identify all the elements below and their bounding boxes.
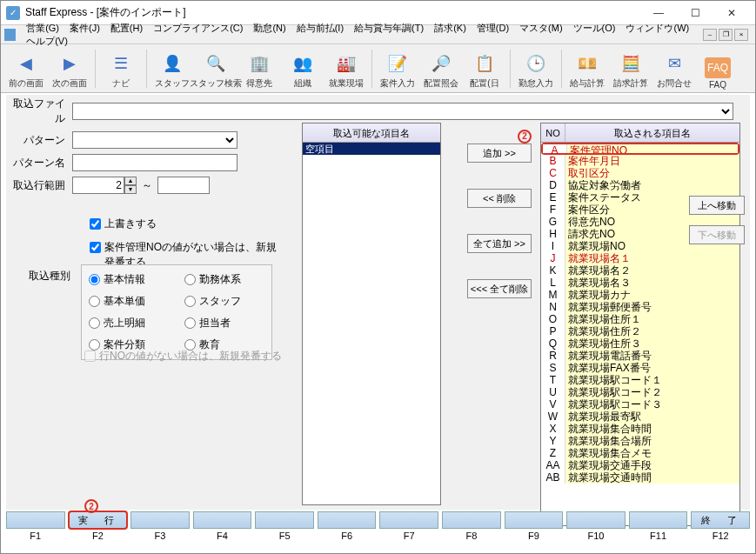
add-button[interactable]: 追加 >> <box>467 144 532 163</box>
mdi-restore[interactable]: ❐ <box>719 29 733 41</box>
fkey-button[interactable] <box>255 511 314 529</box>
menu-item[interactable]: 請求(K) <box>429 21 472 35</box>
fkey-button[interactable] <box>442 511 501 529</box>
selected-row[interactable]: K就業現場名２ <box>541 264 739 277</box>
toolbar-button[interactable]: 🔍スタッフ検索 <box>196 46 236 91</box>
toolbar-button[interactable]: ☰ナビ <box>101 46 141 91</box>
toolbar-button[interactable]: 💴給与計算 <box>567 46 607 91</box>
menu-item[interactable]: 勤怠(N) <box>248 21 291 35</box>
importtype-radio[interactable]: スタッフ <box>184 294 264 309</box>
toolbar-button[interactable]: 🕒勤怠入力 <box>516 46 556 91</box>
menu-item[interactable]: 営業(G) <box>21 21 64 35</box>
fkey-button[interactable] <box>505 511 564 529</box>
fkey-button[interactable] <box>6 511 65 529</box>
toolbar-label: スタッフ <box>155 77 190 90</box>
menu-item[interactable]: 配置(H) <box>105 21 148 35</box>
selected-row[interactable]: P就業現場住所２ <box>541 325 739 337</box>
toolbar-button[interactable]: 🏢得意先 <box>239 46 279 91</box>
fkey-button[interactable] <box>193 511 252 529</box>
toolbar-button[interactable]: FAQFAQ <box>698 46 738 91</box>
toolbar-icon: 🏢 <box>247 51 271 76</box>
file-select[interactable] <box>72 103 733 120</box>
moveup-button[interactable]: 上へ移動 <box>689 196 745 215</box>
fkey-button[interactable] <box>629 511 688 529</box>
annotation-2b: 2 <box>84 498 98 514</box>
toolbar-button[interactable]: 🏭就業現場 <box>326 46 366 91</box>
addall-button[interactable]: 全て追加 >> <box>467 234 532 253</box>
autonum-checkbox[interactable] <box>90 242 101 253</box>
toolbar-button[interactable]: 👤スタッフ <box>152 46 192 91</box>
menu-item[interactable]: 給与賞与年調(T) <box>349 21 429 35</box>
toolbar-button[interactable]: 🔎配置照会 <box>421 46 461 91</box>
toolbar-button[interactable]: 🧮請求計算 <box>611 46 651 91</box>
overwrite-checkbox[interactable] <box>90 218 101 230</box>
selected-row[interactable]: AA就業現場交通手段 <box>541 459 739 471</box>
importtype-radio[interactable]: 売上明細 <box>89 316 169 330</box>
available-fields-list[interactable]: 取込可能な項目名 空項目 <box>302 123 441 505</box>
selected-row[interactable]: V就業現場駅コード３ <box>541 398 739 410</box>
menu-item[interactable]: コンプライアンス(C) <box>148 21 248 35</box>
overwrite-check[interactable]: 上書きする <box>90 217 157 231</box>
selected-row[interactable]: Z就業現場集合メモ <box>541 447 739 459</box>
selected-row[interactable]: D協定対象労働者 <box>541 179 739 191</box>
menu-item[interactable]: ウィンドウ(W) <box>620 21 694 35</box>
mdi-close[interactable]: × <box>734 29 748 41</box>
spin-down-icon[interactable]: ▼ <box>124 185 137 194</box>
selected-row[interactable]: M就業現場カナ <box>541 289 739 301</box>
fkey-button[interactable] <box>566 511 626 529</box>
fkey-button[interactable]: 実 行 <box>69 511 128 529</box>
menu-item[interactable]: 管理(D) <box>472 21 514 35</box>
toolbar-icon: 📝 <box>385 51 410 76</box>
selected-row[interactable]: B案件年月日 <box>541 155 739 167</box>
selected-row[interactable]: A案件管理NO <box>541 143 739 155</box>
toolbar-button[interactable]: 📋配置(日 <box>465 46 505 91</box>
fkey-button[interactable] <box>130 511 190 529</box>
menu-item[interactable]: 案件(J) <box>64 21 105 35</box>
importtype-radio[interactable]: 基本情報 <box>89 272 169 287</box>
toolbar-button[interactable]: ✉お問合せ <box>654 46 694 91</box>
selected-row[interactable]: J就業現場名１ <box>541 252 739 264</box>
toolbar-button[interactable]: ▶次の画面 <box>50 46 90 91</box>
fkey-button[interactable] <box>379 511 438 529</box>
menu-item[interactable]: 給与前払(I) <box>291 21 349 35</box>
selected-row[interactable]: R就業現場電話番号 <box>541 350 739 362</box>
selected-row[interactable]: U就業現場駅コード２ <box>541 386 739 398</box>
selected-row[interactable]: N就業現場郵便番号 <box>541 301 739 313</box>
spin-up-icon[interactable]: ▲ <box>124 177 137 185</box>
fkey-button[interactable] <box>318 511 377 529</box>
selected-row[interactable]: W就業現場最寄駅 <box>541 410 739 423</box>
patternname-input[interactable] <box>72 154 238 171</box>
toolbar-label: 請求計算 <box>613 77 648 90</box>
importtype-radio[interactable]: 勤務体系 <box>184 272 264 287</box>
selected-fields-table[interactable]: NO 取込される項目名 A案件管理NOB案件年月日C取引区分D協定対象労働者E案… <box>540 123 740 526</box>
selected-row[interactable]: L就業現場名３ <box>541 277 739 289</box>
pattern-select[interactable] <box>72 131 238 149</box>
selected-row[interactable]: Y就業現場集合場所 <box>541 435 739 447</box>
importtype-radio[interactable]: 基本単価 <box>89 294 169 309</box>
mdi-minimize[interactable]: – <box>703 29 717 41</box>
toolbar-icon: ▶ <box>57 51 82 76</box>
menu-item[interactable]: マスタ(M) <box>514 21 568 35</box>
fkey-label: F1 <box>6 531 65 544</box>
selected-row[interactable]: S就業現場FAX番号 <box>541 362 739 374</box>
range-to-input[interactable] <box>157 177 210 194</box>
selected-row[interactable]: AB就業現場交通時間 <box>541 471 739 484</box>
toolbar-button[interactable]: ◀前の画面 <box>6 46 46 91</box>
importtype-radio[interactable]: 担当者 <box>184 316 264 330</box>
close-button[interactable]: ✕ <box>713 2 750 24</box>
selected-row[interactable]: X就業現場集合時間 <box>541 423 739 435</box>
deleteall-button[interactable]: <<< 全て削除 <box>467 279 532 298</box>
delete-button[interactable]: << 削除 <box>467 189 532 208</box>
fkey-button[interactable]: 終 了 <box>691 511 750 529</box>
menu-item[interactable]: ツール(O) <box>568 21 621 35</box>
toolbar-button[interactable]: 👥組織 <box>283 46 323 91</box>
available-item[interactable]: 空項目 <box>303 143 440 155</box>
selected-row[interactable]: C取引区分 <box>541 167 739 179</box>
toolbar-button[interactable]: 📝案件入力 <box>378 46 418 91</box>
selected-row[interactable]: O就業現場住所１ <box>541 313 739 325</box>
range-from-spin[interactable]: ▲▼ <box>72 177 137 194</box>
selected-row[interactable]: Q就業現場住所３ <box>541 337 739 350</box>
toolbar-label: 案件入力 <box>380 77 415 90</box>
range-from-input[interactable] <box>72 177 124 194</box>
selected-row[interactable]: T就業現場駅コード１ <box>541 374 739 386</box>
